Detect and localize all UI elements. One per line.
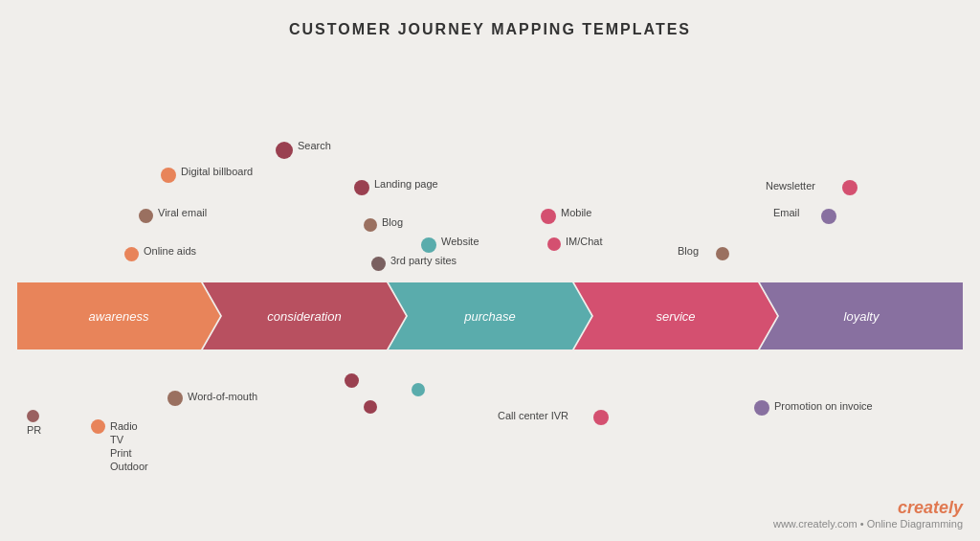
segment-awareness-label: awareness: [89, 309, 149, 324]
dot-above-label-10: Newsletter: [766, 180, 815, 192]
brand-name: creately: [898, 498, 963, 517]
dot-above-label-12: Blog: [678, 245, 699, 257]
dot-above-label-7: 3rd party sites: [390, 255, 457, 266]
segment-consideration: consideration: [203, 282, 406, 349]
segment-consideration-label: consideration: [267, 309, 341, 324]
dot-below-0: [27, 410, 39, 422]
segment-service-label: service: [656, 309, 695, 324]
dot-below-6: [593, 410, 609, 425]
dot-above-11: [821, 209, 836, 224]
dot-below-3: [345, 373, 359, 388]
dot-below-4: [412, 383, 425, 396]
dot-below-1: [91, 419, 105, 434]
dot-above-label-3: Search: [298, 140, 331, 151]
dot-above-1: [139, 209, 153, 223]
segment-awareness: awareness: [17, 282, 220, 349]
dot-above-label-1: Viral email: [158, 207, 207, 218]
dot-above-label-5: Blog: [382, 216, 403, 228]
dot-above-5: [364, 218, 377, 232]
dot-below-label-2: Word-of-mouth: [188, 391, 257, 402]
page-title: CUSTOMER JOURNEY MAPPING TEMPLATES: [0, 0, 980, 38]
dot-above-label-9: IM/Chat: [566, 236, 603, 247]
dot-above-7: [371, 257, 386, 271]
segment-loyalty-label: loyalty: [844, 309, 880, 324]
dot-above-3: [276, 142, 293, 159]
dot-above-6: [421, 237, 436, 253]
brand-footer: creately www.creately.com • Online Diagr…: [773, 498, 963, 530]
dot-above-4: [354, 180, 369, 195]
segment-loyalty: loyalty: [760, 282, 963, 349]
main-container: { "title": "CUSTOMER JOURNEY MAPPING TEM…: [0, 0, 980, 541]
dot-below-2: [167, 391, 183, 406]
dot-above-9: [547, 237, 561, 251]
dot-above-label-4: Landing page: [374, 178, 438, 190]
segment-service: service: [574, 282, 777, 349]
dot-above-2: [124, 247, 139, 261]
segment-purchase: purchase: [389, 282, 591, 349]
dot-below-label-1: Radio TV Print Outdoor: [110, 419, 148, 473]
dot-above-label-0: Digital billboard: [181, 166, 253, 177]
dot-above-0: [161, 168, 176, 183]
dot-above-10: [842, 180, 858, 195]
segment-purchase-label: purchase: [464, 309, 515, 324]
brand-tagline: www.creately.com • Online Diagramming: [773, 518, 963, 530]
journey-banner: awareness consideration purchase service…: [17, 282, 963, 349]
dot-below-label-7: Promotion on invoice: [774, 400, 873, 412]
dot-below-5: [364, 400, 377, 414]
dot-above-label-8: Mobile: [561, 207, 591, 218]
dot-above-8: [541, 209, 556, 224]
dot-above-label-6: Website: [441, 236, 479, 247]
dot-below-label-6: Call center IVR: [498, 410, 568, 421]
dot-below-label-0: PR: [27, 424, 41, 436]
dot-above-label-11: Email: [773, 207, 800, 218]
dot-below-7: [754, 400, 769, 416]
dot-above-12: [716, 247, 729, 260]
dot-above-label-2: Online aids: [144, 245, 196, 257]
